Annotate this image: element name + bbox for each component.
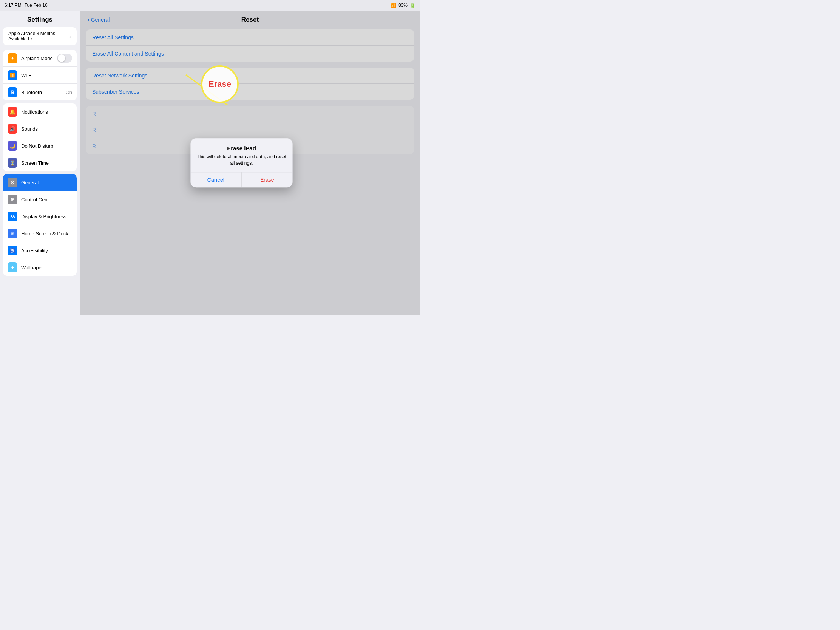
wallpaper-icon: ✦ [8, 262, 17, 272]
notifications-icon: 🔔 [8, 107, 17, 117]
sounds-label: Sounds [21, 126, 72, 132]
donotdisturb-icon: 🌙 [8, 141, 17, 151]
screentime-label: Screen Time [21, 160, 72, 166]
accessibility-icon: ♿ [8, 245, 17, 255]
sidebar-item-screentime[interactable]: ⏳ Screen Time [3, 155, 77, 171]
sidebar-item-wallpaper[interactable]: ✦ Wallpaper [3, 259, 77, 276]
alert-title: Erase iPad [197, 145, 287, 152]
sidebar-item-accessibility[interactable]: ♿ Accessibility [3, 242, 77, 259]
bluetooth-label: Bluetooth [21, 90, 66, 95]
status-indicators: 📶 83% 🔋 [390, 3, 415, 8]
displaybrightness-label: Display & Brightness [21, 214, 72, 219]
general-icon: ⚙ [8, 177, 17, 187]
toggle-knob [58, 54, 65, 62]
erase-button[interactable]: Erase [242, 172, 293, 187]
time-display: 6:17 PM [5, 3, 22, 8]
sidebar-item-displaybrightness[interactable]: AA Display & Brightness [3, 208, 77, 225]
sidebar-item-notifications[interactable]: 🔔 Notifications [3, 104, 77, 120]
sidebar-item-bluetooth[interactable]: Ƀ Bluetooth On [3, 84, 77, 101]
arcade-chevron-icon: › [69, 33, 71, 39]
battery-percent: 83% [398, 3, 407, 8]
annotation-circle: Erase [201, 65, 239, 103]
bluetooth-value: On [66, 90, 72, 95]
airplane-label: Airplane Mode [21, 55, 57, 61]
donotdisturb-label: Do Not Disturb [21, 143, 72, 149]
arcade-banner-text: Apple Arcade 3 Months Available Fr... [8, 31, 69, 41]
homescreen-label: Home Screen & Dock [21, 231, 72, 237]
alert-content: Erase iPad This will delete all media an… [191, 138, 293, 172]
accessibility-label: Accessibility [21, 248, 72, 253]
status-bar: 6:17 PM Tue Feb 16 📶 83% 🔋 [0, 0, 420, 11]
sidebar-item-controlcenter[interactable]: ⊞ Control Center [3, 191, 77, 208]
sidebar-item-homescreen[interactable]: ⊞ Home Screen & Dock [3, 225, 77, 242]
battery-icon: 🔋 [410, 3, 415, 8]
main-layout: Settings Apple Arcade 3 Months Available… [0, 11, 420, 315]
main-content: ‹ General Reset Reset All Settings Erase… [80, 11, 420, 315]
bluetooth-icon: Ƀ [8, 87, 17, 97]
sidebar-group-network: ✈ Airplane Mode 📶 Wi-Fi Ƀ Bluetooth On [3, 50, 77, 101]
general-label: General [21, 180, 72, 185]
alert-message: This will delete all media and data, and… [197, 154, 287, 167]
screentime-icon: ⏳ [8, 158, 17, 168]
wifi-icon: 📶 [390, 3, 396, 8]
sidebar-item-airplane[interactable]: ✈ Airplane Mode [3, 50, 77, 67]
date-display: Tue Feb 16 [25, 3, 47, 8]
sidebar-item-donotdisturb[interactable]: 🌙 Do Not Disturb [3, 137, 77, 155]
wallpaper-label: Wallpaper [21, 265, 72, 270]
sidebar-title: Settings [0, 11, 80, 27]
wifi-icon: 📶 [8, 70, 17, 80]
airplane-toggle[interactable] [57, 54, 72, 63]
status-time: 6:17 PM Tue Feb 16 [5, 3, 47, 8]
sidebar-item-general[interactable]: ⚙ General [3, 174, 77, 191]
controlcenter-icon: ⊞ [8, 194, 17, 204]
displaybrightness-icon: AA [8, 212, 17, 221]
sidebar-group-system: 🔔 Notifications 🔊 Sounds 🌙 Do Not Distur… [3, 104, 77, 171]
wifi-label: Wi-Fi [21, 73, 72, 78]
sidebar: Settings Apple Arcade 3 Months Available… [0, 11, 80, 315]
sounds-icon: 🔊 [8, 124, 17, 134]
erase-alert-dialog: Erase iPad This will delete all media an… [191, 138, 293, 187]
airplane-icon: ✈ [8, 53, 17, 63]
sidebar-item-wifi[interactable]: 📶 Wi-Fi [3, 67, 77, 84]
annotation-label: Erase [208, 79, 231, 89]
notifications-label: Notifications [21, 109, 72, 115]
homescreen-icon: ⊞ [8, 229, 17, 238]
arcade-banner[interactable]: Apple Arcade 3 Months Available Fr... › [3, 27, 77, 45]
sidebar-item-sounds[interactable]: 🔊 Sounds [3, 120, 77, 137]
controlcenter-label: Control Center [21, 197, 72, 202]
cancel-button[interactable]: Cancel [191, 172, 242, 187]
sidebar-group-preferences: ⚙ General ⊞ Control Center AA Display & … [3, 174, 77, 276]
alert-buttons: Cancel Erase [191, 172, 293, 187]
